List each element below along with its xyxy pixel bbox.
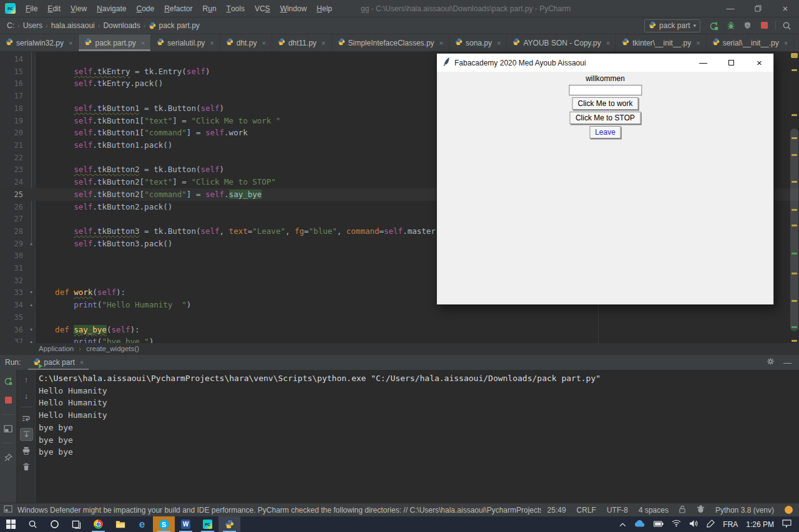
editor-scrollbar[interactable] (789, 52, 799, 343)
tab-simpleintefaceclasses-py[interactable]: SimpleIntefaceClasses.py× (332, 34, 450, 51)
taskbar-pycharm-icon[interactable]: PC (197, 516, 218, 532)
tk-minimize-icon[interactable]: — (689, 54, 717, 72)
close-icon[interactable]: × (606, 39, 610, 47)
close-icon[interactable]: × (439, 39, 443, 47)
tk-button-leave[interactable]: Leave (589, 126, 621, 138)
scrollbar-mark[interactable] (792, 154, 797, 156)
fold-marker-icon[interactable]: ▾ (27, 286, 36, 299)
pin-tab-button[interactable] (2, 451, 15, 464)
fold-marker-icon[interactable]: ▴ (27, 299, 36, 311)
scrollbar-mark[interactable] (792, 69, 797, 71)
taskbar-python-icon[interactable] (218, 516, 240, 532)
action-center-icon[interactable] (782, 520, 792, 530)
status-message[interactable]: Windows Defender might be impacting your… (17, 506, 541, 515)
scrollbar-mark[interactable] (792, 326, 797, 328)
breadcrumb-item[interactable]: C: (5, 21, 16, 30)
tab-dht-py[interactable]: dht.py× (220, 34, 272, 51)
close-icon[interactable]: × (210, 39, 213, 47)
caret-position[interactable]: 25:49 (547, 506, 566, 515)
down-stacktrace-button[interactable]: ↓ (20, 389, 33, 402)
up-stacktrace-button[interactable]: ↑ (20, 373, 33, 386)
tk-button-click-me-to-stop[interactable]: Click Me to STOP (570, 112, 640, 124)
tk-title-bar[interactable]: Fabacademy 2020 Med Ayoub Aissaoui — × (437, 54, 773, 72)
scrollbar-mark[interactable] (792, 181, 797, 183)
run-button[interactable] (705, 19, 722, 32)
tab-ayoub-son-copy-py[interactable]: AYOUB SON - Copy.py× (507, 34, 616, 51)
inspection-profile-icon[interactable] (697, 505, 705, 515)
restore-icon[interactable] (744, 0, 772, 17)
tkinter-window[interactable]: Fabacademy 2020 Med Ayoub Aissaoui — × w… (436, 53, 774, 305)
menu-refactor[interactable]: Refactor (159, 0, 197, 17)
close-icon[interactable]: × (772, 0, 799, 17)
close-icon[interactable]: × (262, 39, 265, 47)
battery-icon[interactable] (654, 520, 664, 529)
taskbar-edge-icon[interactable]: e (131, 516, 153, 532)
breadcrumb-item[interactable]: Downloads (101, 21, 142, 30)
taskbar-skype-icon[interactable]: S (153, 516, 175, 532)
tk-entry-field[interactable] (569, 85, 642, 95)
taskbar-search-icon[interactable] (22, 516, 44, 532)
taskbar-chrome-icon[interactable] (87, 516, 109, 532)
scroll-to-end-button[interactable] (20, 428, 33, 441)
tk-close-icon[interactable]: × (745, 54, 773, 72)
minimize-icon[interactable]: — (717, 0, 744, 17)
line-separator[interactable]: CRLF (577, 506, 596, 515)
menu-file[interactable]: File (21, 0, 42, 17)
menu-code[interactable]: Code (131, 0, 159, 17)
restore-layout-button[interactable] (2, 422, 15, 435)
tab-pack-part-py[interactable]: pack part.py× (79, 34, 151, 51)
taskbar-cortana-icon[interactable] (44, 516, 66, 532)
file-encoding[interactable]: UTF-8 (607, 506, 628, 515)
toolwindow-toggle-icon[interactable] (4, 505, 12, 515)
menu-run[interactable]: Run (198, 0, 222, 17)
menu-tools[interactable]: Tools (222, 0, 250, 17)
close-icon[interactable]: × (80, 359, 84, 366)
scrollbar-mark[interactable] (792, 225, 797, 226)
taskbar-start-icon[interactable] (0, 516, 22, 532)
interpreter-widget[interactable]: Python 3.8 (venv) (715, 506, 774, 515)
tab-dht11-py[interactable]: dht11.py× (272, 34, 332, 51)
gear-icon[interactable] (767, 357, 775, 368)
coverage-button[interactable] (739, 19, 756, 32)
close-icon[interactable]: × (69, 39, 72, 47)
tk-maximize-icon[interactable] (717, 54, 745, 72)
scrollbar-mark[interactable] (792, 209, 797, 211)
scrollbar-mark[interactable] (792, 340, 797, 342)
hide-panel-icon[interactable]: — (783, 358, 792, 367)
pen-icon[interactable] (707, 520, 715, 530)
run-console[interactable]: ↑ ↓ C:\Users\hala.aissaoui\PycharmProjec… (0, 370, 799, 503)
close-icon[interactable]: × (321, 39, 325, 47)
menu-vcs[interactable]: VCS (250, 0, 275, 17)
debug-button[interactable] (722, 19, 739, 32)
volume-icon[interactable] (689, 520, 699, 530)
close-icon[interactable]: × (497, 39, 501, 47)
close-icon[interactable]: × (141, 39, 145, 47)
lock-icon[interactable] (679, 505, 686, 515)
fold-marker-icon[interactable]: ▴ (27, 336, 36, 343)
menu-help[interactable]: Help (311, 0, 337, 17)
fold-marker-icon[interactable]: ▾ (27, 324, 36, 336)
scrollbar-mark[interactable] (792, 114, 797, 116)
menu-navigate[interactable]: Navigate (92, 0, 131, 17)
taskbar-task-view-icon[interactable] (66, 516, 87, 532)
clear-console-button[interactable] (20, 460, 33, 473)
stop-button[interactable] (756, 19, 773, 32)
taskbar-file-explorer-icon[interactable] (109, 516, 131, 532)
language-indicator[interactable]: FRA (723, 520, 738, 529)
run-console-tab[interactable]: pack part × (28, 355, 89, 370)
stop-button[interactable] (2, 394, 15, 407)
indent-style[interactable]: 4 spaces (639, 506, 669, 515)
taskbar-word-icon[interactable]: W (175, 516, 197, 532)
breadcrumb-item[interactable]: Users (21, 21, 44, 30)
search-everywhere-icon[interactable] (778, 19, 795, 32)
tab-serialwin32-py[interactable]: serialwin32.py× (0, 34, 79, 51)
rerun-button[interactable] (2, 374, 15, 387)
scrollbar-mark[interactable] (792, 253, 797, 254)
close-icon[interactable]: × (784, 39, 788, 47)
wifi-icon[interactable] (672, 520, 681, 529)
tab-tkinter-init-py[interactable]: tkinter\__init__.py× (616, 34, 707, 51)
onedrive-icon[interactable] (634, 520, 645, 529)
event-log-badge[interactable] (785, 506, 793, 514)
close-icon[interactable]: × (696, 39, 700, 47)
tab-serial-init-py[interactable]: serial\__init__.py× (707, 34, 795, 51)
